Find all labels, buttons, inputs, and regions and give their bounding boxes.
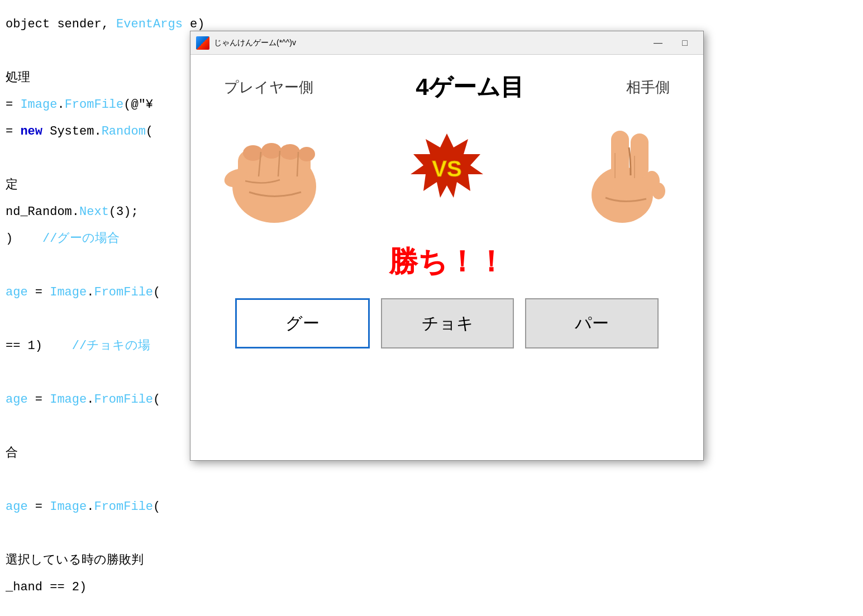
result-text: 勝ち！！: [389, 242, 506, 281]
svg-rect-14: [631, 133, 649, 178]
vs-icon: VS: [408, 131, 486, 209]
code-line-23: [6, 601, 857, 616]
hands-row: VS: [202, 114, 692, 226]
fist-icon: [218, 114, 330, 226]
svg-text:VS: VS: [432, 156, 461, 181]
round-label: 4ゲーム目: [416, 71, 523, 103]
app-icon: [196, 36, 209, 50]
rock-button[interactable]: グー: [235, 298, 370, 348]
svg-point-5: [298, 147, 315, 161]
title-bar: じゃんけんゲーム(*^^)v — □: [190, 31, 703, 55]
game-header: プレイヤー側 4ゲーム目 相手側: [202, 71, 692, 103]
buttons-row: グー チョキ パー: [202, 298, 692, 348]
minimize-button[interactable]: —: [645, 35, 671, 51]
paper-button[interactable]: パー: [525, 298, 659, 348]
game-window: じゃんけんゲーム(*^^)v — □ プレイヤー側 4ゲーム目 相手側: [190, 31, 704, 461]
opponent-hand: [564, 114, 675, 226]
svg-point-4: [280, 144, 300, 160]
code-line-19: age = Image.FromFile(: [6, 494, 857, 521]
peace-icon: [564, 114, 675, 226]
vs-badge: VS: [408, 131, 486, 209]
title-bar-buttons: — □: [645, 35, 698, 51]
code-line-21: 選択している時の勝敗判: [6, 547, 857, 574]
svg-point-16: [652, 183, 665, 199]
opponent-label: 相手側: [626, 78, 670, 97]
maximize-button[interactable]: □: [672, 35, 698, 51]
svg-rect-13: [611, 131, 629, 178]
scissors-button[interactable]: チョキ: [381, 298, 514, 348]
window-title: じゃんけんゲーム(*^^)v: [214, 38, 645, 48]
code-line-22: _hand == 2): [6, 574, 857, 601]
svg-point-3: [261, 143, 282, 159]
player-hand: [218, 114, 330, 226]
code-line-18: [6, 467, 857, 494]
game-content: プレイヤー側 4ゲーム目 相手側: [190, 55, 703, 460]
player-label: プレイヤー側: [224, 78, 313, 97]
code-line-20: [6, 521, 857, 547]
